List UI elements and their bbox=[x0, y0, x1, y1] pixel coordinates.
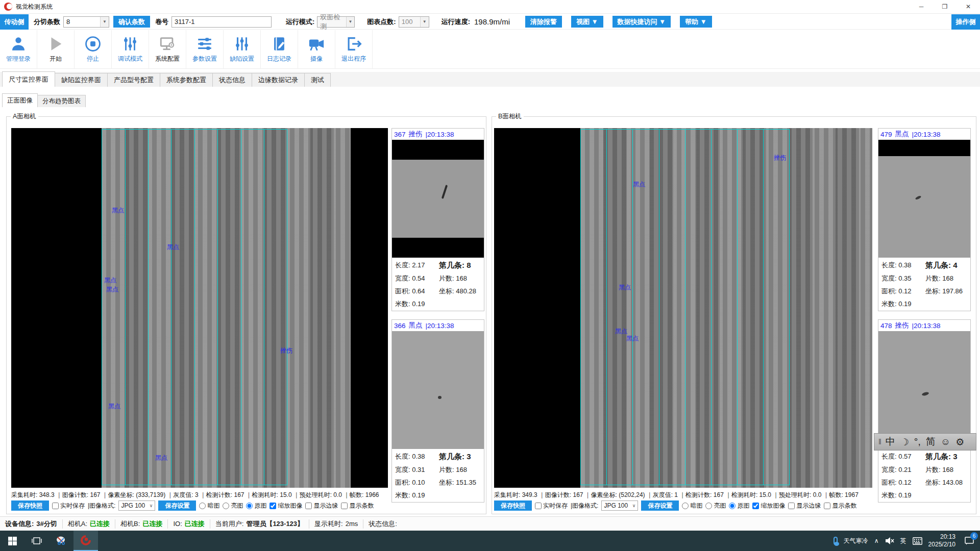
defect-card[interactable]: 366 黑点 |20:13:38 长度: 0.38 第几条: 3 宽度: 0.3… bbox=[391, 319, 484, 503]
original-image-label: 原图 bbox=[737, 502, 749, 510]
save-settings-button[interactable]: 保存设置 bbox=[158, 500, 196, 511]
defect-card[interactable]: 478 挫伤 |20:13:38 长度: 0.57 第几条: 3 宽度: 0.2… bbox=[878, 319, 971, 503]
system-config-button[interactable]: 系统配置 bbox=[149, 30, 186, 68]
show-edge-checkbox[interactable] bbox=[788, 503, 795, 509]
show-edge-label: 显示边缘 bbox=[796, 502, 821, 510]
camera-image-b[interactable]: 挫伤 黑点 黑点 黑点 黑点 bbox=[494, 128, 872, 488]
thermometer-icon[interactable] bbox=[834, 537, 838, 545]
tab-system-params[interactable]: 系统参数配置 bbox=[160, 73, 213, 87]
defect-thumbnail[interactable] bbox=[878, 331, 970, 449]
realtime-save-checkbox[interactable] bbox=[52, 503, 59, 509]
defect-card[interactable]: 367 挫伤 |20:13:38 长度: 2.17 第几条: 8 宽度: 0.5… bbox=[391, 128, 484, 311]
chevron-down-icon[interactable]: ▼ bbox=[420, 17, 429, 27]
ime-settings-icon[interactable]: ⚙ bbox=[955, 436, 964, 448]
operator-side-button[interactable]: 操作侧 bbox=[951, 14, 980, 30]
ime-punctuation-icon[interactable]: °, bbox=[914, 436, 921, 447]
tab-defect-monitor[interactable]: 缺陷监控界面 bbox=[55, 73, 108, 87]
tab-test[interactable]: 测试 bbox=[304, 73, 331, 87]
dark-image-radio[interactable] bbox=[682, 503, 689, 509]
zoom-image-checkbox[interactable] bbox=[270, 503, 276, 509]
debug-mode-button[interactable]: 调试模式 bbox=[112, 30, 149, 68]
confirm-strips-button[interactable]: 确认条数 bbox=[113, 16, 150, 28]
start-button[interactable] bbox=[0, 531, 24, 551]
view-menu-button[interactable]: 视图 ▼ bbox=[571, 16, 603, 28]
snipping-tool-button[interactable] bbox=[49, 531, 74, 551]
hidden-icons-chevron[interactable]: ∧ bbox=[874, 537, 879, 544]
defect-settings-button[interactable]: 缺陷设置 bbox=[224, 30, 261, 68]
task-view-button[interactable] bbox=[24, 531, 49, 551]
tab-size-monitor[interactable]: 尺寸监控界面 bbox=[2, 71, 55, 87]
user-icon bbox=[10, 35, 27, 53]
chevron-down-icon[interactable]: ▼ bbox=[346, 17, 355, 27]
show-count-checkbox[interactable] bbox=[341, 503, 348, 509]
roll-number-input[interactable] bbox=[172, 16, 272, 28]
defect-mark: 黑点 bbox=[104, 276, 116, 285]
realtime-save-checkbox[interactable] bbox=[535, 503, 542, 509]
touch-keyboard-icon[interactable] bbox=[913, 537, 922, 545]
save-snapshot-button[interactable]: 保存快照 bbox=[494, 500, 532, 511]
ime-emoji-icon[interactable]: ☺ bbox=[941, 436, 950, 447]
tab-edge-data[interactable]: 边缘数据记录 bbox=[252, 73, 305, 87]
defect-card[interactable]: 479 黑点 |20:13:38 长度: 0.38 第几条: 4 宽度: 0.3… bbox=[878, 128, 971, 311]
weather-text[interactable]: 天气寒冷 bbox=[844, 537, 868, 545]
action-center-button[interactable]: 6 bbox=[962, 534, 977, 547]
start-button[interactable]: 开始 bbox=[37, 30, 75, 68]
device-info-label: 设备信息: bbox=[5, 519, 34, 529]
original-image-radio[interactable] bbox=[246, 503, 253, 509]
close-button[interactable]: ✕ bbox=[957, 0, 980, 13]
panel-camera-a: A面相机 黑点 黑点 黑点 黑点 挫伤 黑点 黑点 367 挫伤 |20:13:… bbox=[6, 116, 486, 514]
defect-mark: 挫伤 bbox=[280, 346, 292, 355]
defect-thumbnail[interactable] bbox=[392, 331, 484, 449]
vision-app-taskbar-button[interactable] bbox=[74, 531, 98, 551]
defect-time: |20:13:38 bbox=[426, 131, 454, 138]
show-edge-checkbox[interactable] bbox=[305, 503, 312, 509]
original-image-radio[interactable] bbox=[729, 503, 736, 509]
show-count-checkbox[interactable] bbox=[824, 503, 830, 509]
clock-time: 20:13 bbox=[928, 533, 955, 541]
image-format-select[interactable]: JPG 100∨ bbox=[601, 500, 638, 511]
param-settings-button[interactable]: 参数设置 bbox=[186, 30, 224, 68]
tab-product-model[interactable]: 产品型号配置 bbox=[107, 73, 160, 87]
exit-program-button[interactable]: 退出程序 bbox=[335, 30, 373, 68]
subtab-trend-chart[interactable]: 分布趋势图表 bbox=[37, 95, 86, 107]
ime-moon-icon[interactable]: ☽ bbox=[900, 436, 909, 448]
length-value: 2.17 bbox=[412, 261, 425, 269]
chart-points-select[interactable]: 100 ▼ bbox=[399, 16, 429, 28]
ime-language-bar[interactable]: ‖ 中 ☽ °, 简 ☺ ⚙ bbox=[874, 433, 976, 450]
drive-side-button[interactable]: 传动侧 bbox=[0, 14, 29, 30]
bright-image-radio[interactable] bbox=[223, 503, 229, 509]
defect-type: 挫伤 bbox=[895, 321, 909, 330]
ime-simplified-icon[interactable]: 简 bbox=[926, 435, 936, 448]
chevron-down-icon[interactable]: ▼ bbox=[100, 17, 109, 27]
help-menu-button[interactable]: 帮助 ▼ bbox=[680, 16, 712, 28]
bright-image-radio[interactable] bbox=[705, 503, 712, 509]
run-mode-select[interactable]: 双面检测 ▼ bbox=[317, 16, 355, 28]
taskbar-clock[interactable]: 20:13 2025/2/10 bbox=[928, 533, 955, 548]
input-language-indicator[interactable]: 英 bbox=[900, 537, 906, 545]
save-settings-button[interactable]: 保存设置 bbox=[641, 500, 679, 511]
panel-stats-line: 采集耗时: 348.3 ｜图像计数: 167 ｜像素坐标: (333,7139)… bbox=[11, 491, 379, 499]
maximize-button[interactable]: ❐ bbox=[933, 0, 957, 13]
stop-button[interactable]: 停止 bbox=[75, 30, 112, 68]
ime-drag-handle[interactable]: ‖ bbox=[878, 438, 880, 446]
camera-image-a[interactable]: 黑点 黑点 黑点 黑点 挫伤 黑点 黑点 bbox=[11, 128, 388, 488]
tab-status-info[interactable]: 状态信息 bbox=[212, 73, 252, 87]
log-record-button[interactable]: 日志记录 bbox=[261, 30, 298, 68]
dark-image-radio[interactable] bbox=[199, 503, 206, 509]
ime-chinese-mode[interactable]: 中 bbox=[886, 435, 895, 448]
admin-login-button[interactable]: 管理登录 bbox=[0, 30, 37, 68]
image-format-select[interactable]: JPG 100∨ bbox=[118, 500, 155, 511]
h-sliders-icon bbox=[196, 35, 213, 53]
width-label: 宽度: bbox=[395, 274, 410, 282]
minimize-button[interactable]: ─ bbox=[910, 0, 933, 13]
data-quick-access-button[interactable]: 数据快捷访问 ▼ bbox=[612, 16, 671, 28]
zoom-image-checkbox[interactable] bbox=[752, 503, 759, 509]
clear-alarm-button[interactable]: 清除报警 bbox=[525, 16, 562, 28]
capture-button[interactable]: 摄像 bbox=[298, 30, 335, 68]
volume-muted-icon[interactable] bbox=[885, 537, 894, 545]
defect-thumbnail[interactable] bbox=[392, 140, 484, 258]
save-snapshot-button[interactable]: 保存快照 bbox=[11, 500, 49, 511]
strip-count-select[interactable]: 8 ▼ bbox=[63, 16, 109, 28]
defect-thumbnail[interactable] bbox=[878, 140, 970, 258]
subtab-front-image[interactable]: 正面图像 bbox=[2, 93, 38, 107]
